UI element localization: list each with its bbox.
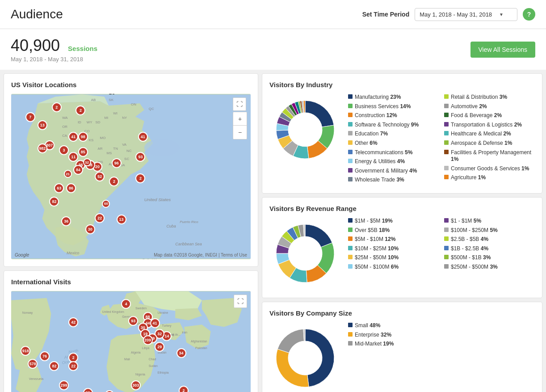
map-pin[interactable]: 982: [38, 143, 47, 153]
map-attribution: Google: [15, 253, 29, 257]
map-pin[interactable]: 32: [83, 158, 91, 166]
map-pin[interactable]: 13: [117, 215, 126, 224]
map-pin[interactable]: 209: [143, 335, 153, 345]
legend-item: Retail & Distribution 3%: [444, 94, 535, 101]
map-pin[interactable]: 303: [131, 380, 141, 390]
legend-label: $10M - $25M 10%: [355, 245, 399, 253]
legend-label: Construction 12%: [355, 112, 397, 119]
right-panel: Visitors By Industry Manufacturing 23%Bu…: [262, 73, 542, 392]
svg-text:Ethiopia: Ethiopia: [158, 371, 169, 375]
revenue-card: Visitors By Revenue Range $1M - $5M 19%O…: [262, 197, 542, 298]
legend-label: $5M - $10M 12%: [355, 236, 395, 243]
view-all-sessions-button[interactable]: View All Sessions: [470, 42, 535, 58]
map-pin[interactable]: 29: [155, 342, 164, 352]
left-panel: US Visitor Locations United States Mexic…: [4, 73, 258, 392]
legend-label: Energy & Utilities 4%: [355, 158, 405, 165]
legend-label: Facilities & Property Management 1%: [451, 149, 535, 163]
svg-text:Sudan: Sudan: [149, 364, 158, 367]
map-pin[interactable]: 3: [59, 145, 69, 155]
legend-label: Manufacturing 23%: [355, 94, 401, 101]
svg-text:Gulf of Mexico: Gulf of Mexico: [142, 258, 165, 259]
legend-item: Business Services 14%: [348, 103, 439, 110]
svg-text:KS: KS: [89, 138, 94, 142]
us-map-container[interactable]: United States Mexico Gulf of Mexico Cuba…: [11, 94, 251, 259]
legend-dot: [444, 218, 449, 223]
legend-item: Manufacturing 23%: [348, 94, 439, 101]
map-pin[interactable]: 86: [66, 183, 76, 193]
industry-legend-left: Manufacturing 23%Business Services 14%Co…: [348, 94, 439, 186]
map-expand-button[interactable]: ⛶: [233, 97, 246, 111]
map-pin[interactable]: 21: [64, 170, 72, 178]
time-period-selector[interactable]: May 1, 2018 - May 31, 2018 ▼: [415, 8, 517, 21]
legend-dot: [348, 218, 353, 223]
svg-text:OR: OR: [62, 125, 67, 129]
legend-label: Retail & Distribution 3%: [451, 94, 507, 101]
legend-item: Aerospace & Defense 1%: [444, 140, 535, 147]
legend-item: $500M - $1B 3%: [444, 254, 535, 261]
intl-map-expand-button[interactable]: ⛶: [234, 295, 247, 308]
map-pin[interactable]: 41: [150, 318, 160, 328]
legend-label: Other 6%: [355, 140, 378, 147]
legend-label: Aerospace & Defense 1%: [451, 140, 512, 147]
help-button[interactable]: ?: [523, 8, 535, 21]
legend-item: $1M - $5M 19%: [348, 218, 439, 225]
map-pin[interactable]: 34: [176, 348, 186, 358]
legend-dot: [444, 166, 449, 170]
legend-item: Automotive 2%: [444, 103, 535, 110]
us-map-title: US Visitor Locations: [11, 81, 251, 89]
svg-text:ID: ID: [78, 120, 81, 124]
map-pin[interactable]: 63: [54, 183, 64, 193]
svg-text:VA: VA: [122, 143, 127, 147]
legend-dot: [348, 332, 353, 337]
map-pin[interactable]: 299: [59, 380, 69, 390]
legend-dot: [444, 104, 449, 108]
map-pin[interactable]: 13: [38, 120, 47, 130]
international-map-card: International Visits: [4, 270, 258, 392]
legend-item: Mid-Market 19%: [348, 341, 439, 348]
international-map-container[interactable]: North Atlantic Ocean United Kingdom Germ…: [11, 291, 251, 392]
map-pin[interactable]: 4: [121, 299, 131, 309]
legend-dot: [348, 246, 353, 250]
map-pin[interactable]: 82: [49, 197, 59, 207]
legend-item: Food & Beverage 2%: [444, 112, 535, 119]
map-pin[interactable]: 22: [95, 213, 105, 223]
legend-dot: [348, 94, 353, 99]
svg-text:Algeria: Algeria: [131, 351, 141, 354]
legend-dot: [348, 264, 353, 269]
legend-dot: [444, 140, 449, 145]
company-size-legend-right: [444, 322, 535, 350]
map-pin[interactable]: 2: [52, 102, 62, 112]
map-pin[interactable]: 42: [68, 317, 78, 327]
map-pin[interactable]: 93: [135, 152, 145, 162]
company-size-title: Visitors By Company Size: [269, 309, 535, 317]
legend-item: $1B - $2.5B 4%: [444, 245, 535, 253]
legend-dot: [444, 236, 449, 241]
map-pin[interactable]: 7: [25, 112, 35, 122]
legend-label: Healthcare & Medical 2%: [451, 131, 511, 138]
map-pin[interactable]: 98: [78, 132, 88, 142]
revenue-chart-row: $1M - $5M 19%Over $5B 18%$5M - $10M 12%$…: [269, 218, 535, 291]
legend-item: $25M - $50M 10%: [348, 254, 439, 261]
company-size-chart-row: Small 48%Enterprise 32%Mid-Market 19%: [269, 322, 535, 392]
legend-dot: [348, 255, 353, 259]
map-pin[interactable]: 36: [61, 216, 71, 226]
industry-card: Visitors By Industry Manufacturing 23%Bu…: [262, 73, 542, 194]
map-pin[interactable]: 85: [78, 147, 88, 157]
map-pin[interactable]: 2: [179, 386, 189, 392]
legend-label: Agriculture 1%: [451, 174, 486, 181]
legend-label: $2.5B - $5B 4%: [451, 236, 488, 243]
map-pin[interactable]: 11: [68, 152, 78, 162]
legend-item: Software & Technology 9%: [348, 122, 439, 129]
legend-label: Consumer Goods & Services 1%: [451, 165, 529, 173]
legend-label: Business Services 14%: [355, 103, 411, 110]
legend-dot: [348, 113, 353, 117]
zoom-in-button[interactable]: +: [233, 112, 247, 126]
legend-item: Consumer Goods & Services 1%: [444, 165, 535, 173]
map-pin[interactable]: 41: [138, 132, 148, 142]
legend-label: $1B - $2.5B 4%: [451, 245, 488, 253]
zoom-out-button[interactable]: −: [233, 126, 247, 139]
svg-text:Afghanistan: Afghanistan: [191, 340, 207, 343]
legend-dot: [444, 94, 449, 99]
legend-label: $1 - $1M 5%: [451, 218, 481, 225]
map-pin[interactable]: 2: [135, 173, 145, 183]
